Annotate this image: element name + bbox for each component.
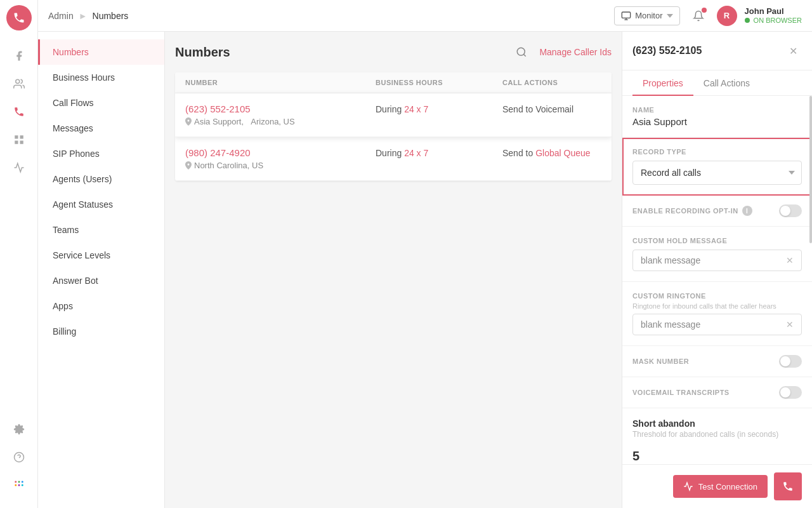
sidebar-label-apps: Apps bbox=[53, 301, 73, 311]
row1-biz-hours: During 24 x 7 bbox=[376, 104, 502, 126]
short-abandon-label: Short abandon bbox=[632, 418, 802, 429]
recording-opt-in-row: ENABLE RECORDING OPT-IN i bbox=[622, 196, 812, 227]
sidebar-label-service-levels: Service Levels bbox=[53, 250, 110, 260]
nav-facebook-icon[interactable] bbox=[6, 43, 32, 69]
nav-analytics-icon[interactable] bbox=[6, 155, 32, 180]
custom-ringtone-section: CUSTOM RINGTONE Ringtone for inbound cal… bbox=[622, 282, 812, 346]
record-type-select[interactable]: Record all calls Do not record Record in… bbox=[632, 161, 802, 185]
header-right: Monitor R John Paul ON BROWSER bbox=[614, 5, 802, 27]
sidebar-item-call-flows[interactable]: Call Flows bbox=[38, 90, 164, 116]
search-button[interactable] bbox=[511, 42, 532, 62]
user-name: John Paul bbox=[745, 6, 802, 17]
col-number: NUMBER bbox=[185, 79, 376, 86]
voicemail-transcripts-label: VOICEMAIL TRANSCRIPTS bbox=[632, 389, 730, 396]
row2-biz-hours-text: During 24 x 7 bbox=[376, 148, 428, 158]
voicemail-transcripts-toggle[interactable] bbox=[779, 386, 802, 399]
nav-phone-icon[interactable] bbox=[6, 99, 32, 124]
app-logo[interactable] bbox=[6, 5, 32, 30]
manage-caller-ids-button[interactable]: Manage Caller Ids bbox=[539, 47, 612, 57]
svg-rect-3 bbox=[20, 141, 23, 144]
sidebar-item-agent-statuses[interactable]: Agent Statuses bbox=[38, 192, 164, 217]
custom-ringtone-value: blank message bbox=[641, 319, 700, 330]
tab-call-actions[interactable]: Call Actions bbox=[693, 70, 760, 96]
sidebar-item-billing[interactable]: Billing bbox=[38, 319, 164, 344]
short-abandon-section: Short abandon Threshold for abandoned ca… bbox=[622, 408, 812, 464]
name-section: NAME Asia Support bbox=[622, 96, 812, 138]
sidebar-label-business-hours: Business Hours bbox=[53, 72, 115, 83]
record-type-label: RECORD TYPE bbox=[632, 148, 802, 156]
numbers-table: NUMBER BUSINESS HOURS CALL ACTIONS (623)… bbox=[175, 72, 612, 181]
nav-chart-icon[interactable] bbox=[6, 127, 32, 152]
monitor-button[interactable]: Monitor bbox=[614, 6, 679, 25]
svg-point-6 bbox=[15, 481, 16, 483]
row2-phone-number[interactable]: (980) 247-4920 bbox=[185, 147, 376, 158]
nav-help-icon[interactable] bbox=[6, 444, 32, 470]
icon-bar bbox=[0, 0, 38, 508]
tab-properties[interactable]: Properties bbox=[632, 70, 693, 96]
sidebar-item-agents-users[interactable]: Agents (Users) bbox=[38, 166, 164, 192]
sidebar-item-business-hours[interactable]: Business Hours bbox=[38, 65, 164, 90]
sidebar-label-messages: Messages bbox=[53, 123, 93, 133]
svg-line-16 bbox=[524, 54, 526, 56]
mask-number-toggle[interactable] bbox=[779, 355, 802, 368]
breadcrumb-root[interactable]: Admin bbox=[48, 11, 74, 21]
notification-badge bbox=[702, 8, 707, 13]
name-value: Asia Support bbox=[632, 116, 802, 127]
table-row[interactable]: (980) 247-4920 North Carolina, US During… bbox=[175, 137, 612, 181]
top-header: Admin ► Numbers Monitor R John Paul ON B… bbox=[38, 0, 812, 32]
row2-number-cell: (980) 247-4920 North Carolina, US bbox=[185, 147, 376, 170]
row1-call-action: Send to Voicemail bbox=[502, 104, 601, 126]
table-row[interactable]: (623) 552-2105 Asia Support, Arizona, US… bbox=[175, 93, 612, 137]
right-panel: (623) 552-2105 ✕ Properties Call Actions… bbox=[622, 32, 812, 508]
user-info: John Paul ON BROWSER bbox=[745, 6, 802, 25]
svg-point-9 bbox=[15, 485, 16, 486]
user-status: ON BROWSER bbox=[745, 17, 802, 25]
mask-number-label: MASK NUMBER bbox=[632, 358, 689, 365]
row2-biz-hours-link[interactable]: 24 x 7 bbox=[404, 148, 428, 158]
nav-users-icon[interactable] bbox=[6, 71, 32, 97]
test-connection-button[interactable]: Test Connection bbox=[673, 475, 768, 498]
sidebar-label-agents-users: Agents (Users) bbox=[53, 174, 112, 184]
content-area: Numbers Business Hours Call Flows Messag… bbox=[38, 32, 812, 508]
sidebar-label-sip-phones: SIP Phones bbox=[53, 149, 100, 159]
close-button[interactable]: ✕ bbox=[784, 42, 802, 60]
custom-ringtone-select[interactable]: blank message ✕ bbox=[632, 314, 802, 335]
sidebar-item-answer-bot[interactable]: Answer Bot bbox=[38, 268, 164, 293]
info-icon[interactable]: i bbox=[742, 206, 752, 216]
short-abandon-sublabel: Threshold for abandoned calls (in second… bbox=[632, 430, 802, 439]
mask-number-row: MASK NUMBER bbox=[622, 346, 812, 377]
row2-call-action: Send to Global Queue bbox=[502, 147, 601, 170]
row1-biz-hours-link[interactable]: 24 x 7 bbox=[404, 104, 428, 114]
scrollbar-thumb[interactable] bbox=[809, 96, 812, 243]
row1-phone-number[interactable]: (623) 552-2105 bbox=[185, 104, 376, 114]
sidebar-item-sip-phones[interactable]: SIP Phones bbox=[38, 141, 164, 166]
phone-dial-button[interactable] bbox=[774, 472, 802, 500]
row2-call-action-link[interactable]: Global Queue bbox=[535, 148, 590, 158]
svg-rect-1 bbox=[20, 135, 23, 138]
sidebar-item-teams[interactable]: Teams bbox=[38, 217, 164, 243]
nav-settings-icon[interactable] bbox=[6, 417, 32, 442]
test-connection-bar: Test Connection bbox=[622, 464, 812, 508]
recording-opt-in-toggle[interactable] bbox=[779, 204, 802, 217]
monitor-label: Monitor bbox=[635, 11, 662, 20]
row1-biz-hours-text: During 24 x 7 bbox=[376, 104, 428, 114]
custom-hold-select[interactable]: blank message ✕ bbox=[632, 250, 802, 271]
custom-hold-clear[interactable]: ✕ bbox=[786, 255, 794, 265]
breadcrumb: Admin ► Numbers bbox=[48, 11, 128, 21]
numbers-title: Numbers bbox=[175, 45, 230, 60]
svg-point-11 bbox=[21, 485, 23, 486]
right-panel-tabs: Properties Call Actions bbox=[622, 70, 812, 96]
sidebar-item-messages[interactable]: Messages bbox=[38, 116, 164, 141]
svg-rect-12 bbox=[622, 12, 631, 18]
custom-ringtone-clear[interactable]: ✕ bbox=[786, 319, 794, 330]
notifications-button[interactable] bbox=[688, 5, 709, 27]
breadcrumb-sep: ► bbox=[79, 11, 88, 21]
numbers-panel: Numbers Manage Caller Ids NUMBER BUSINES… bbox=[165, 32, 622, 508]
sidebar-item-numbers[interactable]: Numbers bbox=[38, 39, 164, 65]
sidebar-item-apps[interactable]: Apps bbox=[38, 293, 164, 319]
sidebar-label-numbers: Numbers bbox=[53, 47, 89, 57]
sidebar: Numbers Business Hours Call Flows Messag… bbox=[38, 32, 165, 508]
nav-grid-icon[interactable] bbox=[6, 472, 32, 498]
sidebar-item-service-levels[interactable]: Service Levels bbox=[38, 243, 164, 268]
numbers-actions: Manage Caller Ids bbox=[511, 42, 612, 62]
